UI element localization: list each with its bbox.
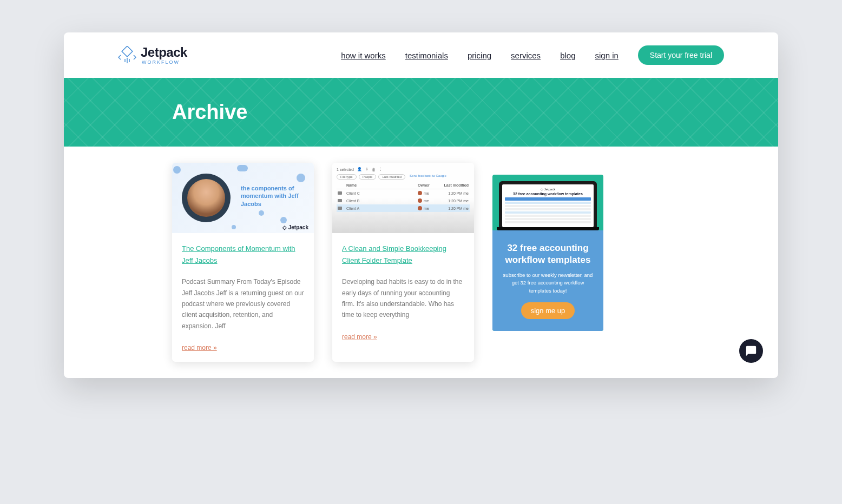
- promo-heading: 32 free accounting workflow templates: [501, 242, 595, 266]
- nav-blog[interactable]: blog: [560, 51, 575, 60]
- chat-widget-button[interactable]: [739, 339, 763, 363]
- page-frame: Jetpack Workflow how it works testimonia…: [64, 32, 778, 378]
- thumb-table: Name Owner Last modified Client C me 1:2…: [337, 182, 470, 212]
- nav-testimonials[interactable]: testimonials: [405, 51, 448, 60]
- post-title-link[interactable]: The Components of Momentum with Jeff Jac…: [182, 243, 304, 267]
- post-excerpt: Podcast Summary From Today's Episode Jef…: [182, 276, 304, 331]
- chat-icon: [745, 345, 757, 357]
- thumb-toolbar: 1 selected 👤⇩🗑⋮: [337, 167, 470, 171]
- header: Jetpack Workflow how it works testimonia…: [64, 32, 778, 78]
- nav-pricing[interactable]: pricing: [468, 51, 491, 60]
- post-title-link[interactable]: A Clean and Simple Bookkeeping Client Fo…: [342, 243, 464, 267]
- nav-sign-in[interactable]: sign in: [595, 51, 618, 60]
- promo-image: ◇ Jetpack 32 free accounting workflow te…: [492, 175, 603, 230]
- author-avatar: [182, 174, 231, 222]
- logo[interactable]: Jetpack Workflow: [118, 46, 187, 65]
- laptop-title: 32 free accounting workflow templates: [505, 192, 591, 196]
- post-excerpt: Developing bad habits is easy to do in t…: [342, 276, 464, 321]
- logo-icon: [118, 46, 136, 64]
- page-title: Archive: [172, 101, 778, 124]
- logo-name: Jetpack: [141, 46, 187, 59]
- hero-banner: Archive: [64, 78, 778, 147]
- post-thumbnail[interactable]: the components of momentum with Jeff Jac…: [172, 163, 314, 233]
- promo-subtext: subscribe to our weekly newsletter, and …: [501, 271, 595, 295]
- laptop-brand: ◇ Jetpack: [505, 187, 591, 191]
- logo-tagline: Workflow: [142, 60, 187, 65]
- thumbnail-brand: ◇ Jetpack: [282, 224, 308, 230]
- thumb-filters: File type People Last modified Send feed…: [337, 174, 470, 180]
- sidebar-promo: ◇ Jetpack 32 free accounting workflow te…: [492, 175, 603, 331]
- read-more-link[interactable]: read more »: [342, 333, 377, 341]
- post-card: the components of momentum with Jeff Jac…: [172, 163, 314, 362]
- main-nav: how it works testimonials pricing servic…: [341, 45, 724, 65]
- post-card: 1 selected 👤⇩🗑⋮ File type People Last mo…: [332, 163, 474, 362]
- read-more-link[interactable]: read more »: [182, 344, 217, 352]
- nav-services[interactable]: services: [511, 51, 541, 60]
- post-cards: the components of momentum with Jeff Jac…: [172, 163, 474, 362]
- nav-how-it-works[interactable]: how it works: [341, 51, 386, 60]
- post-thumbnail[interactable]: 1 selected 👤⇩🗑⋮ File type People Last mo…: [332, 163, 474, 233]
- content-area: the components of momentum with Jeff Jac…: [64, 147, 778, 378]
- svg-rect-0: [122, 46, 133, 57]
- start-trial-button[interactable]: Start your free trial: [638, 45, 724, 65]
- sign-me-up-button[interactable]: sign me up: [521, 302, 575, 319]
- thumbnail-caption: the components of momentum with Jeff Jac…: [241, 184, 308, 208]
